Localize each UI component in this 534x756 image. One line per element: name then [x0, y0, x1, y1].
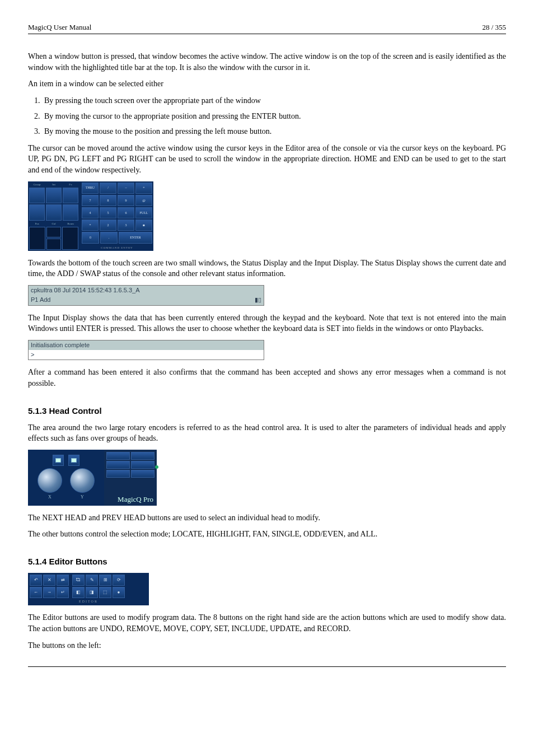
editor-button: ◧ [72, 587, 85, 598]
kp-key: ■ [135, 220, 152, 231]
kp-header: Group [29, 183, 45, 186]
head-prev-button [53, 455, 64, 466]
kp-softkey [46, 204, 62, 221]
input-line1: Initialisation complete [31, 341, 90, 349]
section-heading-513: 5.1.3 Head Control [28, 405, 506, 417]
kp-key: 6 [118, 207, 134, 218]
kp-cursor-right [62, 227, 78, 249]
kp-key: 8 [100, 195, 116, 206]
editor-button: ⬚ [99, 587, 111, 598]
kp-key: 5 [100, 207, 116, 218]
kp-softkey [29, 204, 45, 221]
kp-key: * [82, 220, 99, 231]
paragraph: The other buttons control the selection … [28, 529, 506, 540]
status-icons: ▮▯ [255, 296, 261, 304]
kp-footer-label: COMMAND ENTRY [82, 246, 152, 250]
encoder-label: Y [81, 494, 84, 500]
editor-buttons-figure: ↶ ✕ ⇄ ⿻ ✎ ⊞ ⟳ ← → ↵ ◧ ◨ ⬚ ● EDITOR [28, 573, 149, 605]
footer-rule [28, 666, 506, 667]
header-title: MagicQ User Manual [28, 22, 91, 32]
kp-key: 4 [82, 207, 99, 218]
list-item: By pressing the touch screen over the ap… [42, 95, 506, 106]
status-line2: P1 Add [31, 296, 50, 304]
editor-button: ◨ [86, 587, 98, 598]
paragraph: The NEXT HEAD and PREV HEAD buttons are … [28, 512, 506, 524]
selection-methods-list: By pressing the touch screen over the ap… [42, 95, 506, 137]
kp-key: 0 [82, 232, 99, 243]
kp-enter: ENTER [119, 232, 152, 243]
kp-header: Fx [63, 183, 78, 186]
kp-key: . [100, 232, 118, 243]
input-display-figure: Initialisation complete > [28, 340, 264, 361]
encoder-label: X [48, 494, 51, 500]
status-display-figure: cpkultra 08 Jul 2014 15:52:43 1.6.5.3_A … [28, 285, 264, 306]
paragraph: When a window button is pressed, that wi… [28, 51, 506, 73]
editor-button: ● [113, 587, 125, 598]
editor-button: ↶ [30, 575, 42, 586]
paragraph: Towards the bottom of the touch screen a… [28, 258, 506, 279]
kp-header: Int [46, 183, 62, 186]
kp-key: / [100, 183, 116, 194]
kp-header: Col [46, 222, 62, 226]
kp-cursor-up [46, 227, 62, 237]
editor-button: → [43, 587, 55, 598]
keypad-figure: Group Int Fx Pos Col Beam [28, 181, 153, 251]
kp-key: FULL [135, 207, 152, 218]
kp-cursor-down [46, 239, 62, 249]
list-item: By moving the cursor to the appropriate … [42, 111, 506, 122]
head-mode-button [106, 470, 130, 478]
editor-button: ⇄ [57, 575, 69, 586]
status-line1: cpkultra 08 Jul 2014 15:52:43 1.6.5.3_A [31, 286, 139, 295]
kp-key: @ [135, 195, 152, 206]
kp-key: 2 [100, 220, 116, 231]
head-mode-button [131, 452, 154, 460]
kp-softkey [63, 204, 78, 221]
paragraph: The Input Display shows the data that ha… [28, 312, 506, 334]
kp-softkey [46, 188, 62, 204]
head-mode-button [131, 461, 154, 469]
editor-button: ⿻ [72, 575, 85, 586]
page-header: MagicQ User Manual 28 / 355 [28, 22, 506, 34]
led-indicator [155, 465, 158, 469]
encoder-x [38, 468, 62, 493]
editor-footer-label: EDITOR [30, 599, 147, 604]
section-heading-514: 5.1.4 Editor Buttons [28, 556, 506, 567]
list-item: By moving the mouse to the position and … [42, 126, 506, 137]
head-mode-button [106, 452, 130, 460]
kp-header: Pos [29, 222, 45, 226]
encoder-y [70, 468, 95, 493]
kp-cursor-left [29, 227, 45, 249]
paragraph: The Editor buttons are used to modify pr… [28, 612, 506, 634]
head-control-figure: X Y MagicQ Pro [28, 450, 157, 506]
editor-button: ← [30, 587, 42, 598]
editor-button: ⊞ [99, 575, 111, 586]
paragraph: The cursor can be moved around the activ… [28, 143, 506, 176]
editor-button: ↵ [57, 587, 69, 598]
input-line2: > [31, 351, 34, 359]
head-mode-button [131, 470, 154, 478]
head-mode-button [106, 461, 130, 469]
editor-button: ⟳ [113, 575, 125, 586]
kp-key: – [118, 183, 134, 194]
kp-key: 9 [118, 195, 134, 206]
kp-key: THRU [82, 183, 99, 194]
editor-button: ✎ [86, 575, 98, 586]
kp-key: 3 [118, 220, 134, 231]
kp-header: Beam [63, 222, 78, 226]
kp-key: + [135, 183, 152, 194]
kp-softkey [29, 188, 45, 204]
paragraph: An item in a window can be selected eith… [28, 78, 506, 90]
paragraph: The buttons on the left: [28, 640, 506, 651]
paragraph: After a command has been entered it also… [28, 367, 506, 389]
kp-key: 7 [82, 195, 99, 206]
header-page: 28 / 355 [482, 22, 506, 32]
editor-button: ✕ [43, 575, 55, 586]
kp-softkey [63, 188, 78, 204]
brand-label: MagicQ Pro [106, 494, 154, 505]
paragraph: The area around the two large rotary enc… [28, 422, 506, 444]
head-next-button [68, 455, 79, 466]
